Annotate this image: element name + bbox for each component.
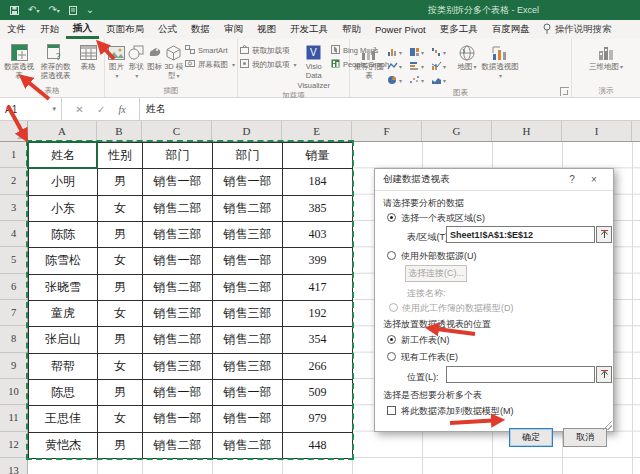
- tab-baidu-netdisk[interactable]: 百度网盘: [485, 20, 537, 39]
- dialog-help-icon[interactable]: ?: [561, 174, 583, 185]
- select-all-corner[interactable]: [0, 121, 28, 141]
- column-header-a[interactable]: A: [28, 121, 97, 141]
- row-header-7[interactable]: 7: [0, 300, 27, 326]
- 3d-models-button[interactable]: 3D 模型: [164, 41, 184, 81]
- cell[interactable]: 销售一部: [143, 379, 213, 405]
- cell[interactable]: 销售二部: [213, 327, 283, 353]
- column-header-b[interactable]: B: [97, 121, 142, 141]
- row-header-1[interactable]: 1: [0, 142, 27, 168]
- cell[interactable]: 403: [283, 221, 353, 247]
- pivottable-button[interactable]: 数据透视表: [2, 41, 36, 81]
- tab-help[interactable]: 帮助: [335, 20, 368, 39]
- icons-button[interactable]: 图标: [147, 41, 163, 71]
- name-box[interactable]: A1 ▾: [0, 98, 62, 120]
- line-chart-icon[interactable]: [387, 59, 409, 73]
- column-header-f[interactable]: F: [352, 121, 422, 141]
- row-header-8[interactable]: 8: [0, 326, 27, 352]
- tab-power-pivot[interactable]: Power Pivot: [368, 20, 433, 39]
- table-button[interactable]: 表格: [75, 41, 101, 71]
- cancel-entry-icon[interactable]: ✕: [75, 104, 83, 115]
- radio-existing-worksheet[interactable]: [387, 352, 396, 361]
- tab-data[interactable]: 数据: [184, 20, 217, 39]
- cell[interactable]: 男: [98, 379, 143, 405]
- cell[interactable]: 姓名: [29, 143, 98, 169]
- row-header-9[interactable]: 9: [0, 353, 27, 379]
- cell[interactable]: 部门: [213, 143, 283, 169]
- checkbox-add-to-data-model-label[interactable]: 将此数据添加到数据模型(M): [401, 405, 514, 418]
- column-header-c[interactable]: C: [142, 121, 212, 141]
- cell[interactable]: 部门: [143, 143, 213, 169]
- checkbox-add-to-data-model[interactable]: [387, 406, 396, 415]
- cell[interactable]: 销售二部: [143, 195, 213, 221]
- dialog-close-icon[interactable]: ×: [583, 174, 605, 185]
- cell[interactable]: 销售三部: [143, 300, 213, 326]
- cell[interactable]: 销售一部: [143, 248, 213, 274]
- tab-home[interactable]: 开始: [33, 20, 66, 39]
- cell[interactable]: 销售一部: [213, 169, 283, 195]
- row-header-11[interactable]: 11: [0, 405, 27, 431]
- column-header-g[interactable]: G: [422, 121, 492, 141]
- insert-function-icon[interactable]: fx: [119, 104, 126, 115]
- print-preview-icon[interactable]: [69, 6, 77, 15]
- cell[interactable]: 979: [283, 406, 353, 432]
- cell[interactable]: 性别: [98, 143, 143, 169]
- cell[interactable]: 448: [283, 432, 353, 458]
- cell[interactable]: 销售二部: [213, 274, 283, 300]
- cell[interactable]: 销售一部: [143, 169, 213, 195]
- save-icon[interactable]: [10, 6, 19, 15]
- cell[interactable]: 女: [98, 300, 143, 326]
- hierarchy-chart-icon[interactable]: [409, 45, 431, 59]
- radio-external-source[interactable]: [387, 251, 396, 260]
- ok-button[interactable]: 确定: [509, 428, 553, 447]
- cell[interactable]: 销售三部: [213, 353, 283, 379]
- cell[interactable]: 女: [98, 353, 143, 379]
- scatter-chart-icon[interactable]: [409, 73, 431, 87]
- cell[interactable]: 销售三部: [143, 221, 213, 247]
- cell[interactable]: 黄恺杰: [29, 432, 98, 458]
- qat-customize-icon[interactable]: ⌄: [86, 5, 94, 15]
- cell[interactable]: 192: [283, 300, 353, 326]
- cell[interactable]: 张启山: [29, 327, 98, 353]
- cell[interactable]: 男: [98, 432, 143, 458]
- cell[interactable]: 销量: [283, 143, 353, 169]
- cell[interactable]: 女: [98, 406, 143, 432]
- row-header-12[interactable]: 12: [0, 432, 27, 458]
- row-header-6[interactable]: 6: [0, 274, 27, 300]
- cell[interactable]: 男: [98, 327, 143, 353]
- cell[interactable]: 男: [98, 274, 143, 300]
- cell[interactable]: 销售二部: [143, 274, 213, 300]
- name-box-dropdown-icon[interactable]: ▾: [52, 105, 56, 113]
- tab-more-tools[interactable]: 更多工具: [433, 20, 485, 39]
- tab-formulas[interactable]: 公式: [151, 20, 184, 39]
- charts-dialog-launcher-icon[interactable]: [560, 87, 569, 96]
- tab-page-layout[interactable]: 页面布局: [99, 20, 151, 39]
- column-header-h[interactable]: H: [492, 121, 562, 141]
- table-range-input[interactable]: Sheet1!$A$1:$E$12: [446, 226, 595, 243]
- smartart-button[interactable]: SmartArt: [185, 45, 235, 56]
- cell[interactable]: 销售二部: [213, 195, 283, 221]
- cell[interactable]: 销售一部: [213, 379, 283, 405]
- cell[interactable]: 销售三部: [143, 353, 213, 379]
- row-header-3[interactable]: 3: [0, 195, 27, 221]
- cell[interactable]: 销售一部: [213, 248, 283, 274]
- radio-external-source-label[interactable]: 使用外部数据源(U): [401, 250, 477, 263]
- column-header-e[interactable]: E: [282, 121, 352, 141]
- recommended-pivottables-button[interactable]: ? 推荐的数据透视表: [37, 41, 74, 81]
- tab-developer[interactable]: 开发工具: [283, 20, 335, 39]
- radio-select-table-range[interactable]: [387, 213, 396, 222]
- cell[interactable]: 王思佳: [29, 406, 98, 432]
- visio-data-visualizer-button[interactable]: V Visio Data Visualizer: [298, 41, 330, 90]
- waterfall-chart-icon[interactable]: [431, 45, 453, 59]
- cell[interactable]: 销售二部: [143, 327, 213, 353]
- formula-input[interactable]: 姓名: [140, 98, 640, 120]
- cell[interactable]: 小明: [29, 169, 98, 195]
- tab-view[interactable]: 视图: [250, 20, 283, 39]
- cell[interactable]: 销售一部: [213, 406, 283, 432]
- cell[interactable]: 266: [283, 353, 353, 379]
- combo-chart-icon[interactable]: [431, 59, 453, 73]
- row-header-13[interactable]: 13: [0, 458, 27, 474]
- cell[interactable]: 小东: [29, 195, 98, 221]
- column-header-d[interactable]: D: [212, 121, 282, 141]
- cell[interactable]: 销售一部: [143, 406, 213, 432]
- range-collapse-dialog-icon[interactable]: [596, 226, 612, 243]
